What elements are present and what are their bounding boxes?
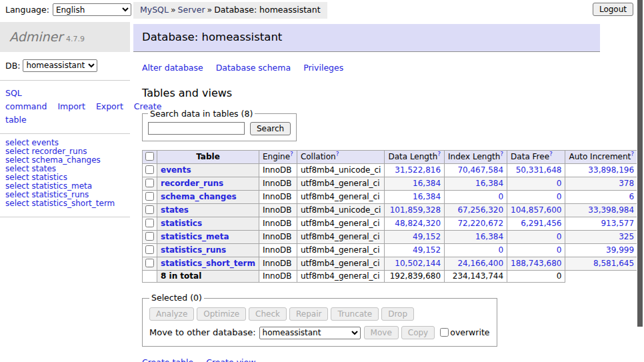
auto-increment-link[interactable]: 325 [619, 232, 634, 241]
search-button[interactable]: Search [250, 122, 291, 135]
sidebar-link-select-statistics[interactable]: select statistics [5, 173, 67, 182]
data-length-link[interactable]: 16,384 [413, 179, 441, 188]
data-length-link[interactable]: 49,152 [413, 232, 441, 241]
index-length-link[interactable]: 16,384 [475, 179, 503, 188]
breadcrumb-current: Database: homeassistant [214, 5, 320, 15]
auto-increment-link[interactable]: 378 [619, 179, 634, 188]
data-free-link[interactable]: 0 [557, 179, 562, 188]
table-link-statistics_runs[interactable]: statistics_runs [161, 245, 226, 255]
row-checkbox[interactable] [145, 232, 154, 241]
breadcrumb-link-mysql[interactable]: MySQL [140, 5, 169, 15]
index-length-link[interactable]: 24,166,400 [457, 259, 503, 268]
row-checkbox[interactable] [145, 259, 154, 267]
sidebar-link-select-statistics_runs[interactable]: select statistics_runs [5, 190, 89, 199]
sidebar-link-select-states[interactable]: select states [5, 164, 56, 173]
data-free-link[interactable]: 0 [557, 192, 562, 201]
create-link-create-view[interactable]: Create view [206, 357, 255, 362]
auto-increment-link[interactable]: 33,398,984 [588, 205, 634, 215]
sidebar-link-select-statistics_short_term[interactable]: select statistics_short_term [5, 199, 115, 208]
database-links: Alter databaseDatabase schemaPrivileges [142, 63, 600, 73]
index-length-link[interactable]: 16,384 [475, 232, 503, 241]
table-link-statistics_short_term[interactable]: statistics_short_term [161, 259, 255, 268]
row-checkbox[interactable] [145, 179, 154, 187]
row-checkbox[interactable] [145, 219, 154, 227]
row-checkbox[interactable] [145, 192, 154, 201]
help-link[interactable]: ? [500, 151, 503, 157]
select-all-checkbox[interactable] [145, 152, 154, 161]
auto-increment-link[interactable]: 6 [629, 192, 634, 201]
table-link-recorder_runs[interactable]: recorder_runs [161, 179, 223, 188]
data-length-link[interactable]: 10,502,144 [395, 259, 441, 268]
truncate-button[interactable]: Truncate [331, 307, 379, 321]
sidebar-action-import[interactable]: Import [57, 101, 85, 111]
optimize-button[interactable]: Optimize [197, 307, 246, 321]
auto-increment-link[interactable]: 8,581,645 [593, 259, 634, 268]
breadcrumb-link-server[interactable]: Server [178, 5, 205, 15]
move-button[interactable]: Move [364, 326, 399, 339]
data-free-link[interactable]: 50,331,648 [516, 165, 562, 175]
row-checkbox[interactable] [145, 165, 154, 174]
scrollbar-thumb[interactable] [637, 0, 643, 327]
db-link-alter-database[interactable]: Alter database [142, 63, 203, 73]
index-length-link[interactable]: 0 [498, 192, 503, 201]
create-link-create-table[interactable]: Create table [142, 357, 193, 362]
data-free-link[interactable]: 0 [557, 232, 562, 241]
select-all-cell [143, 150, 157, 163]
sidebar-link-select-events[interactable]: select events [5, 138, 59, 147]
table-link-schema_changes[interactable]: schema_changes [161, 192, 237, 201]
data-length-link[interactable]: 48,824,320 [395, 219, 441, 228]
help-link[interactable]: ? [631, 151, 634, 157]
collation-cell: utf8mb4_general_ci [297, 243, 385, 257]
table-link-events[interactable]: events [161, 165, 191, 175]
index-length-link[interactable]: 70,467,584 [457, 165, 503, 175]
index-length-link[interactable]: 72,220,672 [457, 219, 503, 228]
repair-button[interactable]: Repair [289, 307, 328, 321]
db-link-privileges[interactable]: Privileges [303, 63, 343, 73]
row-checkbox[interactable] [145, 245, 154, 254]
table-link-statistics_meta[interactable]: statistics_meta [161, 232, 229, 241]
help-link[interactable]: ? [290, 151, 293, 157]
language-select[interactable]: English [53, 3, 131, 16]
data-free-link[interactable]: 6,291,456 [521, 219, 561, 228]
sidebar-link-select-statistics_meta[interactable]: select statistics_meta [5, 181, 92, 191]
table-link-statistics[interactable]: statistics [161, 219, 202, 228]
drop-button[interactable]: Drop [381, 307, 414, 321]
index-length-link[interactable]: 67,256,320 [457, 205, 503, 215]
data-length-link[interactable]: 49,152 [413, 245, 441, 255]
table-link-states[interactable]: states [161, 205, 189, 215]
auto-increment-link[interactable]: 39,999 [606, 245, 634, 255]
scrollbar-track[interactable] [637, 0, 644, 362]
db-link-database-schema[interactable]: Database schema [216, 63, 291, 73]
logout-button[interactable]: Logout [593, 3, 633, 16]
check-button[interactable]: Check [249, 307, 287, 321]
auto-increment-link[interactable]: 33,898,196 [588, 165, 634, 175]
total-engine-cell: InnoDB [259, 270, 297, 282]
data-length-link[interactable]: 31,522,816 [395, 165, 441, 175]
table-row: statistics_runsInnoDButf8mb4_general_ci4… [143, 243, 644, 257]
sidebar-action-sql-command[interactable]: SQL command [5, 88, 47, 111]
overwrite-checkbox[interactable] [440, 328, 449, 337]
column-help: ? [549, 151, 553, 157]
help-link[interactable]: ? [549, 151, 553, 157]
copy-button[interactable]: Copy [401, 326, 435, 339]
help-link[interactable]: ? [437, 151, 441, 157]
sidebar-link-select-schema_changes[interactable]: select schema_changes [5, 155, 101, 165]
data-free-link[interactable]: 104,857,600 [511, 205, 561, 215]
analyze-button[interactable]: Analyze [149, 307, 194, 321]
search-input[interactable] [148, 122, 245, 135]
data-free-link[interactable]: 0 [557, 245, 562, 255]
data-free-link[interactable]: 188,743,680 [511, 259, 561, 268]
auto-increment-link[interactable]: 913,577 [601, 219, 634, 228]
row-checkbox[interactable] [145, 205, 154, 214]
sidebar-link-select-recorder_runs[interactable]: select recorder_runs [5, 147, 87, 156]
db-select[interactable]: homeassistant [23, 59, 97, 72]
data-length-link[interactable]: 16,384 [413, 192, 441, 201]
help-link[interactable]: ? [336, 151, 339, 157]
sidebar-action-export[interactable]: Export [96, 101, 123, 111]
move-db-select[interactable]: homeassistant [259, 327, 361, 339]
create-links: Create tableCreate view [142, 357, 600, 362]
table-row: statisticsInnoDButf8mb4_general_ci48,824… [143, 217, 644, 230]
data-free-cell: 0 [507, 190, 565, 203]
index-length-link[interactable]: 0 [498, 245, 503, 255]
data-length-link[interactable]: 101,859,328 [390, 205, 441, 215]
